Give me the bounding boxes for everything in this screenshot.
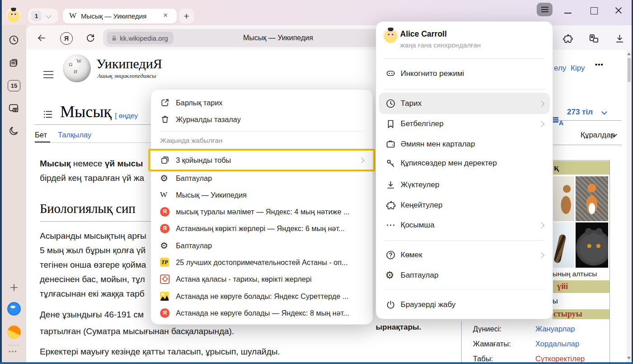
login-link[interactable]: Кіру — [571, 64, 585, 73]
history-entry-astana[interactable]: Астана қаласы - тарихы, көрікті жерлері — [151, 271, 373, 287]
edit-link[interactable]: [ өңдеу — [115, 112, 138, 120]
yandex-icon: Я — [160, 308, 172, 318]
chevron-right-icon — [539, 222, 544, 228]
scroll-up-icon[interactable] — [627, 52, 631, 55]
scrollbar-thumb[interactable] — [628, 58, 631, 82]
cat-photo[interactable] — [553, 222, 574, 268]
profile-avatar[interactable] — [6, 8, 21, 22]
article-line: тартылған (Суматра мысығынан басқаларынд… — [40, 326, 234, 336]
article-line: Мысық немесе үй мысы — [40, 159, 143, 169]
menu-button[interactable] — [537, 3, 553, 16]
tools-rule — [553, 145, 622, 145]
infobox-header-fragment: стыруы — [553, 309, 582, 319]
wiki-tagline: Ашық энциклопедиясы — [97, 72, 156, 80]
menu-item-settings[interactable]: ⚙ Баптаулар — [151, 170, 373, 186]
sidebar-divider — [8, 345, 19, 345]
tripadvisor-icon: TP — [160, 258, 172, 267]
history-entry-yandex-search[interactable]: Я Астанада не көруге болады — Яндекс: 8 … — [151, 305, 373, 321]
language-count[interactable]: 273 тіл — [567, 108, 593, 117]
back-icon[interactable] — [36, 33, 47, 43]
window-minimize-button[interactable] — [564, 13, 572, 14]
menu-item-passwords[interactable]: Құпиясөздер мен деректер — [376, 155, 553, 171]
menu-item-all-history[interactable]: Барлық тарих — [151, 95, 373, 110]
new-tab-button[interactable]: + — [179, 9, 194, 24]
infobox-header-fragment: үйі — [557, 282, 568, 291]
article-line: Асыранды мысықтың арғы — [40, 231, 146, 241]
menu-item-incognito[interactable]: Инкогнито режимі — [376, 66, 553, 82]
history-entry-tripadvisor[interactable]: TP 25 лучших достопримечательностей Аста… — [151, 255, 373, 270]
account-link-fragment[interactable]: елу — [554, 64, 566, 73]
cat-photo[interactable] — [576, 222, 608, 268]
taxonomy-value[interactable]: Жануарлар — [535, 325, 575, 333]
menu-item-settings[interactable]: ⚙ Баптаулар — [151, 238, 373, 253]
wiki-wordmark[interactable]: УикипедиЯ — [96, 56, 162, 71]
tools-dropdown[interactable]: Құралдар — [581, 131, 615, 140]
history-entry-wikipedia[interactable]: W Мысық — Уикипедия — [151, 187, 373, 203]
window-frame — [0, 0, 2, 364]
tabs-rule — [35, 142, 151, 143]
yandex-browser-logo[interactable] — [7, 302, 21, 316]
tab-counter[interactable]: 1 — [28, 9, 58, 24]
menu-item-help[interactable]: Көмек — [376, 247, 553, 263]
image-caption-fragment: ырнақтары. — [376, 323, 421, 332]
sidebar-more-icon[interactable]: ••• — [9, 348, 18, 355]
menu-item-more[interactable]: Қосымша — [376, 217, 553, 233]
title-rule — [35, 124, 151, 125]
tab-page[interactable]: Бет — [35, 131, 47, 139]
refresh-icon[interactable] — [85, 33, 96, 43]
lang-rule — [553, 120, 622, 121]
cat-photo[interactable] — [553, 176, 574, 221]
article-line: бірдей кең таралған үй жа — [40, 173, 144, 183]
download-icon[interactable] — [614, 33, 625, 44]
heading-rule — [40, 221, 151, 222]
tab-talk[interactable]: Талқылау — [58, 131, 91, 139]
infobox-title-fragment: қ — [554, 163, 559, 173]
history-entry-yandex-search[interactable]: Я мысық туралы мәлімет — Яндекс: 4 мың н… — [151, 204, 373, 219]
toc-icon[interactable] — [42, 109, 54, 120]
cat-photo[interactable] — [576, 176, 608, 221]
sync-status: жаңа ғана синхрондалған — [400, 41, 481, 49]
menu-item-history[interactable]: Тарих — [376, 95, 553, 112]
taxonomy-label: Дүниесі: — [473, 325, 501, 333]
menu-item-extensions[interactable]: Кеңейтулер — [376, 197, 553, 213]
browser-tab[interactable]: W Мысық — Уикипедия × — [63, 9, 177, 24]
extensions-icon[interactable] — [562, 33, 573, 44]
tab-close-icon[interactable]: × — [163, 11, 168, 20]
menu-item-settings[interactable]: ⚙ Баптаулар — [376, 267, 553, 284]
dark-mode-moon-icon[interactable] — [8, 125, 19, 137]
feed-icon[interactable] — [8, 57, 19, 68]
cat-tail — [553, 234, 567, 264]
history-sidebar-icon[interactable] — [8, 34, 19, 46]
help-icon — [385, 250, 399, 260]
taxonomy-value[interactable]: Хордалылар — [535, 340, 579, 348]
images-icon — [160, 292, 172, 301]
window-maximize-button[interactable] — [590, 7, 598, 14]
infobox-title-bar: қ — [553, 161, 609, 175]
scroll-down-icon[interactable] — [627, 357, 631, 359]
yandex-button[interactable]: Я — [60, 32, 73, 45]
translate-icon: A — [553, 116, 563, 126]
section-heading: Биологиялық сип — [40, 202, 136, 216]
yandex-mail-icon[interactable] — [7, 326, 21, 339]
menu-item-bookmarks[interactable]: Бетбелгілер — [376, 116, 553, 132]
date-badge[interactable]: 15 — [8, 80, 20, 91]
profile-name[interactable]: Alice Carroll — [400, 29, 447, 39]
menu-item-downloads[interactable]: Жүктеулер — [376, 177, 553, 193]
more-options-icon[interactable]: ••• — [595, 61, 604, 68]
hamburger-icon — [541, 9, 548, 10]
add-panel-icon[interactable] — [9, 282, 19, 293]
recently-closed-label: Жақында жабылған — [160, 137, 222, 144]
menu-item-close-browser[interactable]: Браузерді жабу — [376, 297, 553, 313]
history-entry-yandex-search[interactable]: Я Астананың көрікті жерлері — Яндекс: 6 … — [151, 221, 373, 236]
menu-item-wallet[interactable]: Әмиян мен карталар — [376, 136, 553, 152]
scrollbar[interactable] — [627, 50, 632, 362]
menu-item-clear-history[interactable]: Журналды тазалау — [151, 112, 373, 127]
wikipedia-globe-logo[interactable]: Ω W И — [63, 54, 91, 82]
wiki-menu-icon[interactable] — [43, 74, 53, 75]
window-close-button[interactable] — [615, 7, 622, 14]
infobox-left-border — [461, 321, 462, 362]
gear-icon: ⚙ — [160, 174, 172, 183]
passwords-cards-icon[interactable] — [588, 33, 600, 44]
history-entry-yandex-images[interactable]: Астанада не көруге болады: Яндекс Суретт… — [151, 288, 373, 304]
screenshot-icon[interactable] — [8, 102, 19, 114]
